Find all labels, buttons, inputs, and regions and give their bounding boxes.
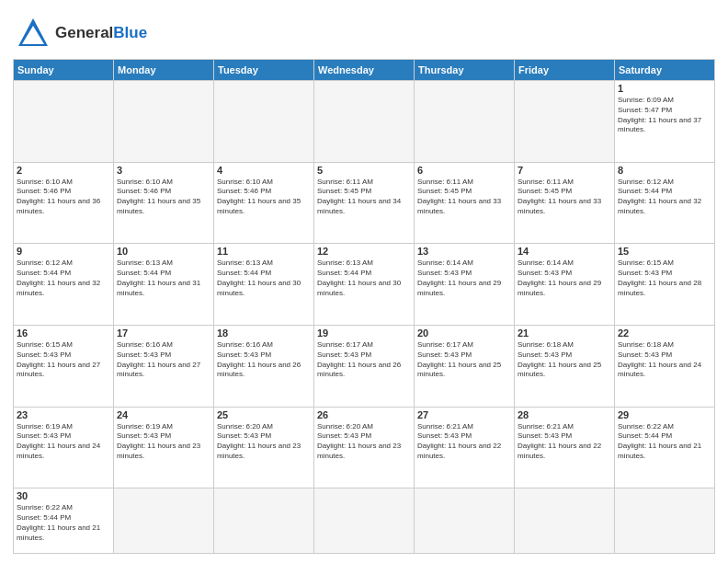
day-number: 16 [17,327,110,339]
calendar-cell: 9Sunrise: 6:12 AMSunset: 5:44 PMDaylight… [14,244,114,326]
day-number: 17 [117,327,210,339]
calendar-cell: 12Sunrise: 6:13 AMSunset: 5:44 PMDayligh… [314,244,415,326]
calendar-cell: 5Sunrise: 6:11 AMSunset: 5:45 PMDaylight… [314,162,415,244]
calendar-cell [214,488,314,554]
calendar-cell: 14Sunrise: 6:14 AMSunset: 5:43 PMDayligh… [515,244,615,326]
weekday-header-thursday: Thursday [415,60,515,81]
day-number: 12 [317,246,411,257]
calendar-cell: 2Sunrise: 6:10 AMSunset: 5:46 PMDaylight… [14,162,114,244]
day-number: 19 [317,327,411,339]
page: GeneralBlue SundayMondayTuesdayWednesday… [0,0,728,563]
calendar-cell [114,81,214,163]
calendar-cell: 11Sunrise: 6:13 AMSunset: 5:44 PMDayligh… [214,244,314,326]
cell-info: Sunrise: 6:15 AMSunset: 5:43 PMDaylight:… [17,340,110,380]
day-number: 11 [217,246,311,257]
day-number: 10 [117,246,210,257]
day-number: 7 [518,165,611,176]
calendar-week-3: 9Sunrise: 6:12 AMSunset: 5:44 PMDaylight… [14,244,715,326]
cell-info: Sunrise: 6:18 AMSunset: 5:43 PMDaylight:… [618,340,711,380]
weekday-header-tuesday: Tuesday [214,60,314,81]
cell-info: Sunrise: 6:16 AMSunset: 5:43 PMDaylight:… [217,340,311,380]
calendar-cell: 28Sunrise: 6:21 AMSunset: 5:43 PMDayligh… [515,407,615,488]
cell-info: Sunrise: 6:17 AMSunset: 5:43 PMDaylight:… [317,340,411,380]
cell-info: Sunrise: 6:20 AMSunset: 5:43 PMDaylight:… [317,422,411,462]
day-number: 6 [417,165,511,176]
calendar: SundayMondayTuesdayWednesdayThursdayFrid… [13,59,715,554]
day-number: 27 [417,409,511,420]
calendar-week-1: 1Sunrise: 6:09 AMSunset: 5:47 PMDaylight… [14,81,715,163]
day-number: 3 [117,165,210,176]
cell-info: Sunrise: 6:13 AMSunset: 5:44 PMDaylight:… [117,259,210,298]
calendar-cell: 1Sunrise: 6:09 AMSunset: 5:47 PMDaylight… [615,81,715,163]
day-number: 28 [518,409,611,420]
calendar-cell [14,81,114,163]
calendar-cell [415,81,515,163]
calendar-cell: 3Sunrise: 6:10 AMSunset: 5:46 PMDaylight… [114,162,214,244]
cell-info: Sunrise: 6:12 AMSunset: 5:44 PMDaylight:… [17,259,110,298]
cell-info: Sunrise: 6:17 AMSunset: 5:43 PMDaylight:… [417,340,511,380]
weekday-header-friday: Friday [515,60,615,81]
calendar-cell: 18Sunrise: 6:16 AMSunset: 5:43 PMDayligh… [214,325,314,407]
cell-info: Sunrise: 6:11 AMSunset: 5:45 PMDaylight:… [317,178,411,217]
cell-info: Sunrise: 6:19 AMSunset: 5:43 PMDaylight:… [17,422,110,462]
calendar-cell: 17Sunrise: 6:16 AMSunset: 5:43 PMDayligh… [114,325,214,407]
calendar-cell: 10Sunrise: 6:13 AMSunset: 5:44 PMDayligh… [114,244,214,326]
calendar-cell: 20Sunrise: 6:17 AMSunset: 5:43 PMDayligh… [415,325,515,407]
cell-info: Sunrise: 6:22 AMSunset: 5:44 PMDaylight:… [17,503,110,543]
calendar-header-row: SundayMondayTuesdayWednesdayThursdayFrid… [14,60,715,81]
day-number: 26 [317,409,411,420]
calendar-week-5: 23Sunrise: 6:19 AMSunset: 5:43 PMDayligh… [14,407,715,488]
cell-info: Sunrise: 6:13 AMSunset: 5:44 PMDaylight:… [317,259,411,298]
weekday-header-sunday: Sunday [14,60,114,81]
cell-info: Sunrise: 6:19 AMSunset: 5:43 PMDaylight:… [117,422,210,462]
day-number: 8 [618,165,711,176]
logo-text: GeneralBlue [55,25,147,42]
day-number: 1 [618,83,711,94]
calendar-week-4: 16Sunrise: 6:15 AMSunset: 5:43 PMDayligh… [14,325,715,407]
cell-info: Sunrise: 6:14 AMSunset: 5:43 PMDaylight:… [417,259,511,298]
cell-info: Sunrise: 6:10 AMSunset: 5:46 PMDaylight:… [17,178,110,217]
cell-info: Sunrise: 6:12 AMSunset: 5:44 PMDaylight:… [618,178,711,217]
weekday-header-monday: Monday [114,60,214,81]
calendar-cell: 16Sunrise: 6:15 AMSunset: 5:43 PMDayligh… [14,325,114,407]
logo-icon [13,13,53,53]
calendar-cell: 4Sunrise: 6:10 AMSunset: 5:46 PMDaylight… [214,162,314,244]
cell-info: Sunrise: 6:22 AMSunset: 5:44 PMDaylight:… [618,422,711,462]
calendar-cell [114,488,214,554]
day-number: 29 [618,409,711,420]
calendar-cell: 30Sunrise: 6:22 AMSunset: 5:44 PMDayligh… [14,488,114,554]
calendar-cell: 13Sunrise: 6:14 AMSunset: 5:43 PMDayligh… [415,244,515,326]
day-number: 25 [217,409,311,420]
cell-info: Sunrise: 6:15 AMSunset: 5:43 PMDaylight:… [618,259,711,298]
calendar-cell [314,488,415,554]
logo-blue: Blue [113,24,147,41]
cell-info: Sunrise: 6:11 AMSunset: 5:45 PMDaylight:… [417,178,511,217]
calendar-cell [615,488,715,554]
calendar-cell: 29Sunrise: 6:22 AMSunset: 5:44 PMDayligh… [615,407,715,488]
logo: GeneralBlue [13,9,147,53]
calendar-cell [214,81,314,163]
calendar-cell [314,81,415,163]
day-number: 14 [518,246,611,257]
calendar-cell: 25Sunrise: 6:20 AMSunset: 5:43 PMDayligh… [214,407,314,488]
day-number: 20 [417,327,511,339]
weekday-header-wednesday: Wednesday [314,60,415,81]
day-number: 15 [618,246,711,257]
calendar-cell: 22Sunrise: 6:18 AMSunset: 5:43 PMDayligh… [615,325,715,407]
cell-info: Sunrise: 6:11 AMSunset: 5:45 PMDaylight:… [518,178,611,217]
day-number: 30 [17,490,110,501]
calendar-cell: 21Sunrise: 6:18 AMSunset: 5:43 PMDayligh… [515,325,615,407]
calendar-cell: 7Sunrise: 6:11 AMSunset: 5:45 PMDaylight… [515,162,615,244]
calendar-cell: 26Sunrise: 6:20 AMSunset: 5:43 PMDayligh… [314,407,415,488]
calendar-cell: 24Sunrise: 6:19 AMSunset: 5:43 PMDayligh… [114,407,214,488]
calendar-cell [515,488,615,554]
day-number: 18 [217,327,311,339]
cell-info: Sunrise: 6:09 AMSunset: 5:47 PMDaylight:… [618,96,711,135]
calendar-cell: 23Sunrise: 6:19 AMSunset: 5:43 PMDayligh… [14,407,114,488]
cell-info: Sunrise: 6:16 AMSunset: 5:43 PMDaylight:… [117,340,210,380]
cell-info: Sunrise: 6:18 AMSunset: 5:43 PMDaylight:… [518,340,611,380]
calendar-cell: 6Sunrise: 6:11 AMSunset: 5:45 PMDaylight… [415,162,515,244]
calendar-week-2: 2Sunrise: 6:10 AMSunset: 5:46 PMDaylight… [14,162,715,244]
day-number: 22 [618,327,711,339]
weekday-header-saturday: Saturday [615,60,715,81]
